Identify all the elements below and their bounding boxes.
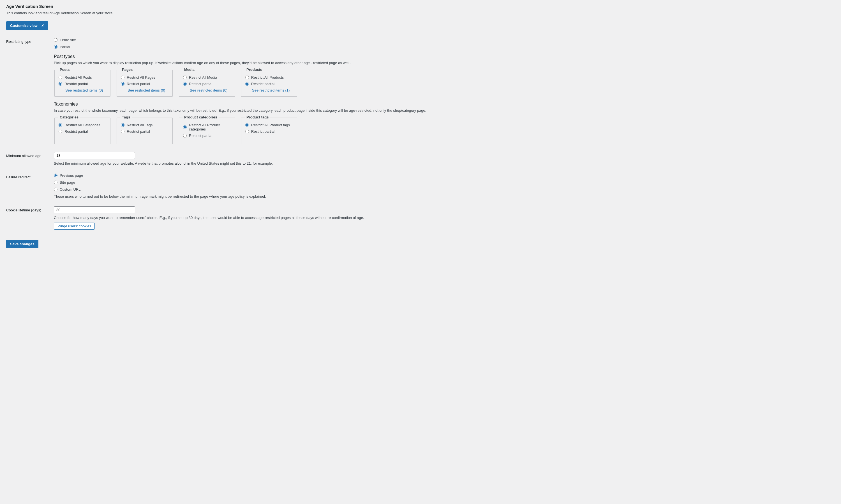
min-age-input[interactable] <box>54 152 135 159</box>
customize-view-button[interactable]: Customize view <box>6 21 48 30</box>
post-types-description: Pick up pages on which you want to displ… <box>54 61 835 65</box>
cookie-lifetime-help: Choose for how many days you want to rem… <box>54 216 835 220</box>
cookie-lifetime-label: Cookie lifetime (days) <box>6 206 54 237</box>
post-type-legend-2: Media <box>183 68 196 72</box>
taxonomy-partial-radio-0[interactable] <box>58 130 62 133</box>
failure-redirect-custom-radio[interactable] <box>54 187 57 191</box>
post-type-partial-label-0: Restrict partial <box>65 82 88 86</box>
failure-redirect-custom-label: Custom URL <box>60 187 81 192</box>
restricting-type-label: Restricting type <box>6 38 54 152</box>
taxonomy-all-radio-1[interactable] <box>121 123 124 127</box>
taxonomy-all-label-1: Restrict All Tags <box>127 123 153 127</box>
taxonomy-fieldset-0: CategoriesRestrict All CategoriesRestric… <box>54 118 110 144</box>
post-type-fieldset-1: PagesRestrict All PagesRestrict partialS… <box>117 70 173 96</box>
post-type-partial-radio-2[interactable] <box>183 82 187 86</box>
taxonomy-all-label-2: Restrict All Product categories <box>189 123 231 131</box>
customize-view-label: Customize view <box>10 23 38 28</box>
post-type-see-items-link-3[interactable]: See restricted items (1) <box>252 88 290 92</box>
post-type-see-items-link-1[interactable]: See restricted items (0) <box>127 88 165 92</box>
post-type-all-radio-3[interactable] <box>245 76 249 79</box>
taxonomy-partial-label-3: Restrict partial <box>251 129 274 133</box>
taxonomy-legend-1: Tags <box>120 115 132 119</box>
post-type-all-label-3: Restrict All Products <box>251 75 284 79</box>
post-type-partial-label-2: Restrict partial <box>189 82 212 86</box>
failure-redirect-previous-label: Previous page <box>60 173 83 178</box>
post-type-see-items-link-0[interactable]: See restricted items (0) <box>65 88 103 92</box>
taxonomy-legend-2: Product categories <box>183 115 219 119</box>
post-type-legend-1: Pages <box>120 68 134 72</box>
failure-redirect-help: Those users who turned out to be below t… <box>54 194 835 199</box>
post-type-all-label-2: Restrict All Media <box>189 75 217 79</box>
taxonomies-description: In case you restrict the whole taxonomy,… <box>54 108 835 112</box>
taxonomy-all-label-0: Restrict All Categories <box>65 123 100 127</box>
post-type-fieldset-2: MediaRestrict All MediaRestrict partialS… <box>179 70 235 96</box>
post-type-all-radio-1[interactable] <box>121 76 124 79</box>
failure-redirect-site-label: Site page <box>60 180 75 184</box>
post-type-all-label-0: Restrict All Posts <box>65 75 92 79</box>
taxonomy-partial-label-0: Restrict partial <box>65 129 88 133</box>
page-title: Age Verification Screen <box>6 4 835 9</box>
post-type-partial-label-1: Restrict partial <box>127 82 150 86</box>
post-type-fieldset-0: PostsRestrict All PostsRestrict partialS… <box>54 70 110 96</box>
taxonomy-all-radio-2[interactable] <box>183 125 187 129</box>
taxonomies-heading: Taxonomies <box>54 102 835 107</box>
post-type-partial-label-3: Restrict partial <box>251 82 274 86</box>
post-type-partial-radio-3[interactable] <box>245 82 249 86</box>
taxonomy-partial-radio-3[interactable] <box>245 130 249 133</box>
min-age-help: Select the minimum allowed age for your … <box>54 161 835 165</box>
save-changes-button[interactable]: Save changes <box>6 240 38 248</box>
post-types-heading: Post types <box>54 54 835 59</box>
failure-redirect-label: Failure redirect <box>6 173 54 206</box>
post-type-partial-radio-1[interactable] <box>121 82 124 86</box>
taxonomy-fieldset-3: Product tagsRestrict All Product tagsRes… <box>241 118 297 144</box>
restricting-type-entire-label: Entire site <box>60 38 76 42</box>
min-age-label: Minimum allowed age <box>6 152 54 173</box>
restricting-type-entire-radio[interactable] <box>54 38 57 42</box>
restricting-type-partial-label: Partial <box>60 45 70 49</box>
post-type-see-items-link-2[interactable]: See restricted items (0) <box>190 88 227 92</box>
taxonomy-legend-3: Product tags <box>245 115 270 119</box>
taxonomy-all-label-3: Restrict All Product tags <box>251 123 290 127</box>
taxonomy-legend-0: Categories <box>58 115 80 119</box>
post-type-fieldset-3: ProductsRestrict All ProductsRestrict pa… <box>241 70 297 96</box>
failure-redirect-previous-radio[interactable] <box>54 174 57 177</box>
post-type-all-radio-2[interactable] <box>183 76 187 79</box>
restricting-type-partial-radio[interactable] <box>54 45 57 49</box>
post-type-partial-radio-0[interactable] <box>58 82 62 86</box>
post-type-all-label-1: Restrict All Pages <box>127 75 155 79</box>
cookie-lifetime-input[interactable] <box>54 206 135 213</box>
purge-cookies-button[interactable]: Purge users' cookies <box>54 222 95 230</box>
taxonomy-fieldset-1: TagsRestrict All TagsRestrict partial <box>117 118 173 144</box>
page-description: This controls look and feel of Age Verif… <box>6 11 835 15</box>
taxonomy-partial-radio-1[interactable] <box>121 130 124 133</box>
failure-redirect-site-radio[interactable] <box>54 181 57 184</box>
post-type-legend-3: Products <box>245 68 264 72</box>
taxonomy-partial-label-2: Restrict partial <box>189 133 212 138</box>
post-type-legend-0: Posts <box>58 68 71 72</box>
post-type-all-radio-0[interactable] <box>58 76 62 79</box>
taxonomy-all-radio-0[interactable] <box>58 123 62 127</box>
taxonomy-partial-label-1: Restrict partial <box>127 129 150 133</box>
taxonomy-all-radio-3[interactable] <box>245 123 249 127</box>
brush-icon <box>40 24 44 28</box>
taxonomy-partial-radio-2[interactable] <box>183 134 187 138</box>
taxonomy-fieldset-2: Product categoriesRestrict All Product c… <box>179 118 235 144</box>
